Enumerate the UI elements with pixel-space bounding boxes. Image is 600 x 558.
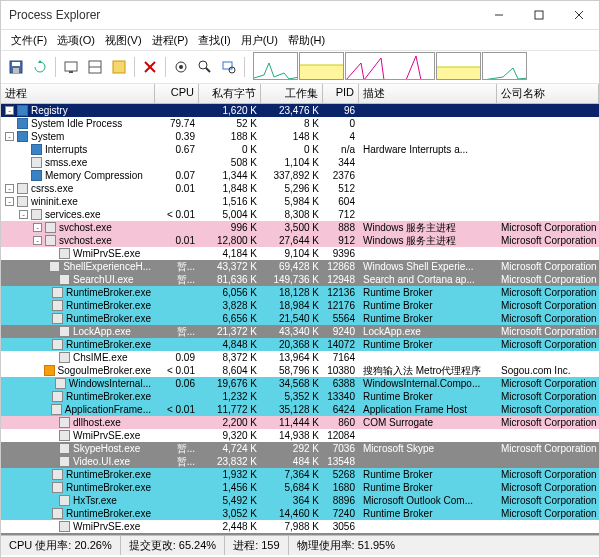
table-row[interactable]: -System0.39188 K148 K4 <box>1 130 599 143</box>
options-icon[interactable] <box>108 56 130 78</box>
process-name: WmiPrvSE.exe <box>73 247 140 260</box>
process-name: dllhost.exe <box>73 416 121 429</box>
tree-toggle[interactable]: - <box>5 197 14 206</box>
table-row[interactable]: Microsoft.Photos...暂...131,244 K37,380 K… <box>1 533 599 535</box>
table-row[interactable]: SogouImeBroker.exe< 0.018,604 K58,796 K1… <box>1 364 599 377</box>
commit-graph[interactable] <box>299 52 344 80</box>
target-icon[interactable] <box>170 56 192 78</box>
tree-toggle[interactable]: - <box>33 236 42 245</box>
process-icon <box>59 352 70 363</box>
tree-toggle[interactable]: - <box>5 106 14 115</box>
table-row[interactable]: System Idle Process79.7452 K8 K0 <box>1 117 599 130</box>
table-row[interactable]: Memory Compression0.071,344 K337,892 K23… <box>1 169 599 182</box>
header-cpu[interactable]: CPU <box>155 84 199 103</box>
minimize-button[interactable] <box>479 1 519 29</box>
process-name: RuntimeBroker.exe <box>66 507 151 520</box>
table-row[interactable]: ChsIME.exe0.098,372 K13,964 K7164 <box>1 351 599 364</box>
menu-view[interactable]: 视图(V) <box>101 32 146 49</box>
maximize-button[interactable] <box>519 1 559 29</box>
process-icon <box>59 326 70 337</box>
refresh-icon[interactable] <box>29 56 51 78</box>
process-name: services.exe <box>45 208 101 221</box>
process-name: RuntimeBroker.exe <box>66 468 151 481</box>
toolbar <box>1 50 599 84</box>
table-row[interactable]: -svchost.exe996 K3,500 K888Windows 服务主进程… <box>1 221 599 234</box>
process-name: WmiPrvSE.exe <box>73 520 140 533</box>
table-row[interactable]: dllhost.exe2,200 K11,444 K860COM Surroga… <box>1 416 599 429</box>
menu-file[interactable]: 文件(F) <box>7 32 51 49</box>
table-row[interactable]: SearchUI.exe暂...81,636 K149,736 K12948Se… <box>1 273 599 286</box>
tree-toggle[interactable]: - <box>5 132 14 141</box>
close-button[interactable] <box>559 1 599 29</box>
table-row[interactable]: WmiPrvSE.exe2,448 K7,988 K3056 <box>1 520 599 533</box>
status-memory: 物理使用率: 51.95% <box>289 536 599 555</box>
svg-rect-12 <box>113 61 125 73</box>
table-row[interactable]: smss.exe508 K1,104 K344 <box>1 156 599 169</box>
table-row[interactable]: HxTsr.exe5,492 K364 K8896Microsoft Outlo… <box>1 494 599 507</box>
table-row[interactable]: RuntimeBroker.exe4,848 K20,368 K14072Run… <box>1 338 599 351</box>
physmem-graph[interactable] <box>436 52 481 80</box>
table-row[interactable]: RuntimeBroker.exe1,232 K5,352 K13340Runt… <box>1 390 599 403</box>
tree-toggle[interactable]: - <box>5 184 14 193</box>
table-row[interactable]: SkypeHost.exe暂...4,724 K292 K7036Microso… <box>1 442 599 455</box>
menubar: 文件(F) 选项(O) 视图(V) 进程(P) 查找(I) 用户(U) 帮助(H… <box>1 30 599 50</box>
table-row[interactable]: Video.UI.exe暂...23,832 K484 K13548 <box>1 455 599 468</box>
findwindow-icon[interactable] <box>218 56 240 78</box>
menu-process[interactable]: 进程(P) <box>148 32 193 49</box>
sysinfo-icon[interactable] <box>60 56 82 78</box>
table-row[interactable]: ApplicationFrame...< 0.0111,772 K35,128 … <box>1 403 599 416</box>
table-row[interactable]: RuntimeBroker.exe6,656 K21,540 K5564Runt… <box>1 312 599 325</box>
process-icon <box>45 222 56 233</box>
menu-user[interactable]: 用户(U) <box>237 32 282 49</box>
cpu-graph[interactable] <box>253 52 298 80</box>
process-icon <box>51 404 62 415</box>
layout-icon[interactable] <box>84 56 106 78</box>
find-icon[interactable] <box>194 56 216 78</box>
header-description[interactable]: 描述 <box>359 84 497 103</box>
svg-rect-1 <box>535 11 543 19</box>
table-row[interactable]: -wininit.exe1,516 K5,984 K604 <box>1 195 599 208</box>
menu-find[interactable]: 查找(I) <box>194 32 234 49</box>
process-name: RuntimeBroker.exe <box>66 481 151 494</box>
gpu-graph[interactable] <box>482 52 527 80</box>
table-row[interactable]: WmiPrvSE.exe9,320 K14,938 K12084 <box>1 429 599 442</box>
tree-toggle[interactable]: - <box>19 210 28 219</box>
table-row[interactable]: RuntimeBroker.exe3,052 K14,460 K7240Runt… <box>1 507 599 520</box>
io-graph[interactable] <box>345 52 435 80</box>
header-workingset[interactable]: 工作集 <box>261 84 323 103</box>
process-icon <box>44 365 55 376</box>
tree-toggle[interactable]: - <box>33 223 42 232</box>
header-privbytes[interactable]: 私有字节 <box>199 84 261 103</box>
table-row[interactable]: -services.exe< 0.015,004 K8,308 K712 <box>1 208 599 221</box>
process-name: RuntimeBroker.exe <box>66 312 151 325</box>
header-process[interactable]: 进程 <box>1 84 155 103</box>
table-row[interactable]: RuntimeBroker.exe6,056 K18,128 K12136Run… <box>1 286 599 299</box>
process-icon <box>31 170 42 181</box>
process-name: Video.UI.exe <box>73 455 130 468</box>
table-row[interactable]: ShellExperienceH...暂...43,372 K69,428 K1… <box>1 260 599 273</box>
table-row[interactable]: Interrupts0.670 K0 Kn/aHardware Interrup… <box>1 143 599 156</box>
kill-icon[interactable] <box>139 56 161 78</box>
process-icon <box>17 131 28 142</box>
table-row[interactable]: -Registry1,620 K23,476 K96 <box>1 104 599 117</box>
table-row[interactable]: RuntimeBroker.exe1,456 K5,684 K1680Runti… <box>1 481 599 494</box>
header-company[interactable]: 公司名称 <box>497 84 599 103</box>
process-list[interactable]: -Registry1,620 K23,476 K96System Idle Pr… <box>1 104 599 535</box>
table-row[interactable]: LockApp.exe暂...21,372 K43,340 K9240LockA… <box>1 325 599 338</box>
table-row[interactable]: RuntimeBroker.exe1,932 K7,364 K5268Runti… <box>1 468 599 481</box>
table-row[interactable]: -csrss.exe0.011,848 K5,296 K512 <box>1 182 599 195</box>
menu-options[interactable]: 选项(O) <box>53 32 99 49</box>
table-row[interactable]: RuntimeBroker.exe3,828 K18,984 K12176Run… <box>1 299 599 312</box>
process-icon <box>17 196 28 207</box>
header-pid[interactable]: PID <box>323 84 359 103</box>
process-icon <box>31 144 42 155</box>
process-name: SearchUI.exe <box>73 273 134 286</box>
process-name: ChsIME.exe <box>73 351 127 364</box>
menu-help[interactable]: 帮助(H) <box>284 32 329 49</box>
table-row[interactable]: -svchost.exe0.0112,800 K27,644 K912Windo… <box>1 234 599 247</box>
process-icon <box>59 495 70 506</box>
table-row[interactable]: WmiPrvSE.exe4,184 K9,104 K9396 <box>1 247 599 260</box>
table-row[interactable]: WindowsInternal...0.0619,676 K34,568 K63… <box>1 377 599 390</box>
svg-point-16 <box>179 65 183 69</box>
save-icon[interactable] <box>5 56 27 78</box>
